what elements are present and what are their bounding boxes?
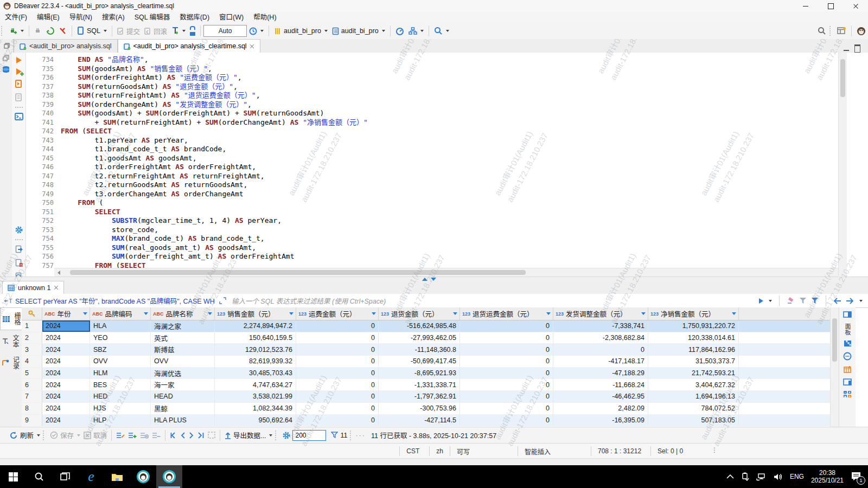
column-header-4[interactable]: 123销售金额（元） [215,307,296,320]
table-cell[interactable]: -417,148.17 [553,356,648,367]
toggle-panel-icon[interactable] [843,311,852,318]
open-perspective-button[interactable] [835,25,848,36]
table-cell[interactable]: 海澜优选 [151,368,215,379]
code-line[interactable]: t1.brand_code_t_t AS brandCode, [61,145,837,154]
code-line[interactable]: SUM(order_freight_amt_t) AS orderFreight… [61,252,837,261]
start-button[interactable] [0,465,26,488]
table-cell[interactable]: 2,274,894,947.2 [215,320,296,332]
statusbar-item-4[interactable]: 708 : 1 : 31212 [591,446,650,456]
add-row-icon[interactable] [126,431,138,440]
table-cell[interactable]: 4,747,634.27 [215,379,296,390]
chevron-down-icon[interactable] [859,300,863,302]
table-cell[interactable]: 120,338,014.61 [648,332,739,344]
table-cell[interactable]: -11,668.24 [553,379,648,390]
table-cell[interactable]: 1,694,196.13 [648,391,739,402]
table-row[interactable]: 42024OVVOVV82,619,939.320-50,699,417.450… [22,356,830,368]
code-line[interactable]: t1.orderFreightAmt AS orderFreightAmt, [61,163,837,172]
code-line[interactable]: SUM(real_goods_amt_t) AS goodsAmt, [61,243,837,253]
grouping-panel-icon[interactable] [843,352,852,361]
code-line[interactable]: FROM (SELECT [61,261,837,268]
table-cell[interactable]: 2024 [42,332,90,344]
close-icon[interactable] [250,44,254,49]
commit-button[interactable]: 提交 [115,25,142,37]
disconnect-button[interactable] [57,25,69,36]
table-cell[interactable]: 31,503,373.7 [648,356,739,367]
table-cell[interactable]: -300,753.96 [379,403,460,414]
column-filter-icon[interactable] [144,312,148,315]
table-cell[interactable]: -50,699,417.45 [379,356,460,367]
code-line[interactable]: t3.orderChangeAmt AS orderChangeAmt [61,190,837,199]
column-filter-icon[interactable] [732,312,736,315]
table-row[interactable]: 62024BES海一家4,747,634.270-1,331,338.710-1… [22,379,830,391]
validation-icon[interactable] [15,259,23,267]
history-back-icon[interactable] [833,298,841,304]
statusbar-item-2[interactable]: 可写 [450,446,518,456]
notification-center-button[interactable]: 1 [851,471,861,483]
table-cell[interactable]: 2024 [42,356,90,367]
table-cell[interactable]: 0 [460,368,553,379]
table-cell[interactable]: 0 [296,391,379,402]
menu-item-A[interactable]: 搜索(A) [97,12,130,23]
table-cell[interactable]: 黑鲸 [151,403,215,414]
tab-record-view[interactable]: 记录 [2,352,21,374]
statusbar-item-3[interactable]: 智能插入 [518,446,591,456]
table-row[interactable]: 52024HLM海澜优选30,485,703.430-8,695,921.930… [22,368,830,380]
table-cell[interactable]: -1,331,338.71 [379,379,460,390]
reconnect-button[interactable] [44,25,57,36]
table-cell[interactable]: HLA [90,320,151,332]
table-cell[interactable]: 2024 [42,391,90,402]
table-cell[interactable]: 0 [296,356,379,367]
clock[interactable]: 20:38 2025/10/21 [811,469,844,484]
column-header-3[interactable]: ABC品牌名称 [151,307,215,320]
minimize-button[interactable] [793,0,818,12]
table-row[interactable]: 92024HLPHLA PLUS950,692.640-427,114.50-1… [22,415,830,427]
close-icon[interactable] [54,285,59,290]
metadata-panel-icon[interactable] [844,365,852,374]
editor-tab[interactable]: <audit_bi_pro> analysis.sql [14,39,118,53]
table-cell[interactable]: 21,742,593.21 [648,368,739,379]
table-cell[interactable]: 150,640,159.5 [215,332,296,344]
refresh-button[interactable]: 刷新 [8,429,42,441]
dbeaver-taskbar-button[interactable] [130,465,156,488]
database-selector[interactable]: audit_bi_pro [272,26,330,36]
sql-editor-button[interactable]: SQL [75,25,109,36]
execute-script-icon[interactable] [15,80,23,88]
table-cell[interactable]: 1,082,344.39 [215,403,296,414]
console-icon[interactable] [15,113,23,120]
fetch-page-icon[interactable] [206,431,217,440]
task-view-button[interactable] [52,465,78,488]
internet-explorer-button[interactable]: e [78,465,104,488]
overflow-dots[interactable]: ··· [355,432,366,439]
table-row[interactable]: 22024YEO英式150,640,159.50-27,993,462.050-… [22,332,830,344]
table-cell[interactable]: -516,624,985.48 [379,320,460,332]
table-cell[interactable]: 0 [460,356,553,367]
table-cell[interactable]: 0 [296,403,379,414]
export-result-icon[interactable] [15,245,23,254]
erd-button[interactable] [406,26,426,36]
table-cell[interactable]: 950,692.64 [215,415,296,426]
table-cell[interactable]: 2024 [42,403,90,414]
dbeaver-taskbar-button-active[interactable] [156,465,182,488]
table-cell[interactable]: HLM [90,368,151,379]
table-cell[interactable]: 0 [460,379,553,390]
save-button[interactable]: 保存 [48,429,82,441]
menu-item-N[interactable]: 导航(N) [65,12,97,23]
column-header-9[interactable]: 123净销售金额（元） [648,307,739,320]
table-cell[interactable]: HEAD [151,391,215,402]
scrollbar-thumb[interactable] [832,318,837,362]
delete-row-icon[interactable] [150,431,162,440]
code-line[interactable]: SUM(returnGoodsAmt) AS "退货金额（元）", [61,82,837,92]
value-viewer-icon[interactable] [844,340,852,347]
results-tab-unknown1[interactable]: unknown 1 [2,281,64,294]
table-row[interactable]: 32024SBZ斯搏兹129,012,523.760-11,148,360.80… [22,344,830,356]
menu-item-F[interactable]: 文件(F) [0,12,32,23]
export-data-button[interactable]: 导出数据... [223,429,274,441]
volume-tray-icon[interactable] [774,473,783,481]
code-line[interactable]: SELECT [61,208,837,217]
settings-gear-icon[interactable] [15,226,23,234]
table-cell[interactable]: 0 [460,403,553,414]
table-cell[interactable]: 2024 [42,320,90,332]
table-cell[interactable]: HED [90,391,151,402]
code-line[interactable]: END AS "品牌名称", [61,55,837,65]
lock-button[interactable] [188,25,197,37]
